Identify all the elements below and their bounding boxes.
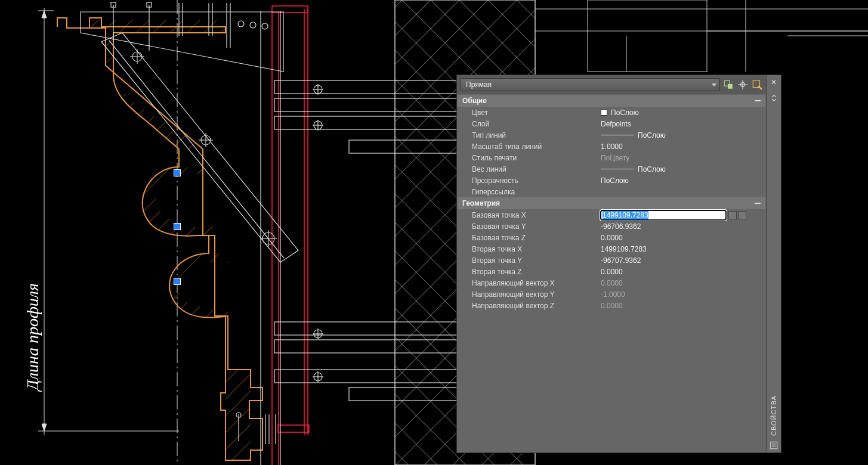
svg-rect-78 [770, 442, 777, 448]
prop-row: Вторая точка Y-96707.9362 [458, 255, 765, 266]
properties-body: Общие ЦветПоСлою СлойDefpoints Тип линий… [457, 94, 766, 452]
prop-row: Направляющий вектор X0.0000 [458, 277, 765, 289]
calculator-icon[interactable] [728, 211, 737, 219]
prop-value-dirz: 0.0000 [601, 302, 765, 310]
object-type-selector[interactable]: Прямая [461, 78, 719, 91]
prop-row: СлойDefpoints [458, 118, 765, 129]
palette-title-label: СВОЙСТВА [770, 395, 777, 436]
prop-value-basez[interactable]: 0.0000 [601, 234, 765, 242]
add-to-selection-icon[interactable] [723, 79, 734, 90]
svg-rect-75 [728, 84, 733, 89]
prop-row: Гиперссылка [458, 186, 765, 197]
palette-menu-icon[interactable] [769, 441, 779, 450]
prop-row: Базовая точка X [458, 209, 765, 221]
prop-input-basex[interactable] [601, 210, 726, 220]
chevron-down-icon [712, 83, 716, 86]
selection-grip[interactable] [174, 169, 181, 176]
prop-row: Вес линийПоСлою [458, 163, 765, 175]
svg-point-67 [250, 22, 256, 28]
prop-row: Базовая точка Z0.0000 [458, 232, 765, 243]
selection-grip[interactable] [174, 223, 181, 230]
section-header-general[interactable]: Общие [458, 95, 765, 107]
prop-value-basey[interactable]: -96706.9362 [601, 222, 765, 231]
close-icon: ✕ [771, 78, 777, 86]
prop-row: Вторая точка X1499109.7283 [458, 243, 765, 255]
prop-value-secondx[interactable]: 1499109.7283 [601, 245, 765, 253]
prop-value-lineweight[interactable]: ПоСлою [601, 165, 765, 173]
prop-value-linetype[interactable]: ПоСлою [601, 131, 765, 140]
svg-marker-17 [42, 424, 47, 431]
dock-toggle-icon[interactable] [769, 93, 779, 103]
selection-grip[interactable] [174, 278, 181, 285]
prop-row: Тип линийПоСлою [458, 129, 765, 141]
prop-row: Стиль печатиПоЦвету [458, 152, 765, 163]
prop-value-secondz[interactable]: 0.0000 [601, 268, 765, 276]
prop-row: Вторая точка Z0.0000 [458, 266, 765, 277]
properties-toolbar: Прямая [457, 75, 766, 94]
close-button[interactable]: ✕ [769, 78, 779, 87]
section-header-geometry[interactable]: Геометрия [458, 197, 765, 209]
svg-rect-23 [272, 6, 308, 13]
quick-select-icon[interactable] [752, 79, 762, 90]
prop-value-ltscale[interactable]: 1.0000 [601, 142, 765, 151]
svg-point-66 [238, 21, 244, 27]
prop-value-transparency[interactable]: ПоСлою [601, 176, 765, 185]
prop-row: ПрозрачностьПоСлою [458, 175, 765, 186]
prop-value-basex[interactable] [601, 210, 765, 220]
prop-row: Масштаб типа линий1.0000 [458, 141, 765, 152]
palette-title-bar[interactable]: ✕ СВОЙСТВА [766, 75, 781, 452]
linetype-swatch-icon [601, 135, 634, 135]
svg-rect-8 [588, 0, 707, 72]
prop-value-color[interactable]: ПоСлою [601, 108, 765, 117]
object-type-label: Прямая [466, 80, 492, 89]
prop-value-secondy[interactable]: -96707.9362 [601, 256, 765, 265]
lineweight-swatch-icon [601, 169, 634, 169]
collapse-icon [755, 100, 761, 101]
prop-row: Базовая точка Y-96706.9362 [458, 221, 765, 232]
dimension-label: Длина профиля [23, 283, 42, 390]
prop-value-diry: -1.0000 [601, 290, 765, 299]
pick-object-icon[interactable] [737, 79, 748, 90]
color-swatch-icon [601, 109, 607, 116]
prop-value-layer[interactable]: Defpoints [601, 120, 765, 128]
properties-palette: Прямая Общие ЦветПоСлою СлойDefpoints Ти… [456, 75, 781, 453]
prop-row: ЦветПоСлою [458, 107, 765, 118]
svg-marker-16 [42, 11, 47, 18]
prop-row: Направляющий вектор Z0.0000 [458, 300, 765, 311]
pick-point-icon[interactable] [738, 211, 746, 219]
prop-row: Направляющий вектор Y-1.0000 [458, 289, 765, 300]
collapse-icon [755, 203, 761, 204]
svg-point-68 [262, 23, 268, 29]
prop-value-dirx: 0.0000 [601, 279, 765, 287]
prop-value-plotstyle: ПоЦвету [601, 154, 765, 162]
